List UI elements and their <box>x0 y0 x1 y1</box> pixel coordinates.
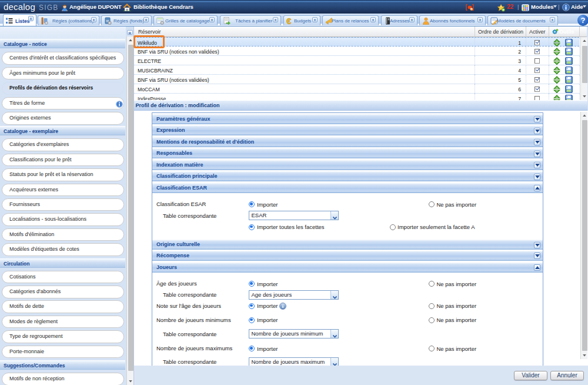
svg-text:€: € <box>286 17 292 25</box>
